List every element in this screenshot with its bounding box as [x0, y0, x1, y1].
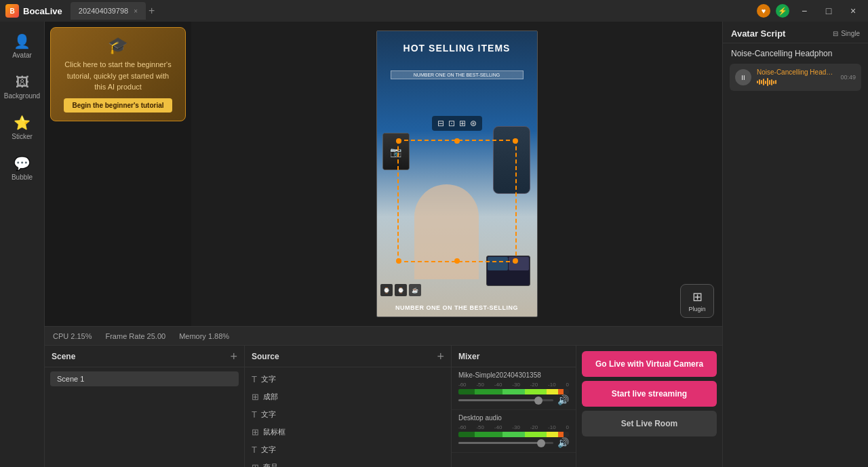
- cpu-status: CPU 2.15%: [53, 332, 92, 340]
- layer-icon-1[interactable]: ⊟: [437, 119, 444, 128]
- logo-icon: B: [5, 4, 19, 18]
- layer-icon-3[interactable]: ⊞: [459, 119, 466, 128]
- sidebar-label-bubble: Bubble: [12, 174, 33, 181]
- volume-labels-1: -60-50-40-30-20-100: [458, 382, 569, 388]
- volume-slider-2[interactable]: [458, 442, 553, 444]
- scene-panel: Scene + Scene 1: [45, 346, 245, 467]
- avatar-icon: 👤: [14, 33, 31, 49]
- track-waveform: [757, 77, 835, 87]
- tab-main[interactable]: 202404039798 ×: [71, 2, 146, 20]
- close-button[interactable]: ×: [844, 4, 863, 18]
- mixer-panel: Mixer Mike-Simple202404301358 -60-50-40-…: [452, 346, 576, 467]
- layer-toolbar: ⊟ ⊡ ⊞ ⊛: [432, 116, 482, 131]
- virtual-camera-button[interactable]: Go Live with Virtual Camera: [582, 351, 717, 377]
- sticker-icon: ⭐: [14, 115, 31, 131]
- titlebar: B BocaLive 202404039798 × + ♥ ⚡ − □ ×: [0, 0, 868, 22]
- background-icon: 🖼: [16, 75, 29, 90]
- source-item-5[interactable]: T 文字: [245, 441, 451, 458]
- source-panel: Source + T 文字 ⊞ 成部 T 文字: [245, 346, 452, 467]
- source-item-2[interactable]: ⊞ 成部: [245, 388, 451, 405]
- source-item-4[interactable]: ⊞ 鼠标框: [245, 423, 451, 441]
- tutorial-icon: 🎓: [108, 36, 128, 55]
- preview-title: HOT SELLING ITEMS: [377, 38, 537, 55]
- play-pause-button[interactable]: ⏸: [735, 69, 751, 85]
- sidebar-label-sticker: Sticker: [12, 133, 33, 140]
- minimize-button[interactable]: −: [795, 4, 814, 18]
- avatar-person: [414, 184, 479, 279]
- source-type-icon-4: ⊞: [252, 427, 259, 437]
- volume-slider-row-1: 🔊: [458, 394, 569, 405]
- tutorial-button[interactable]: Begin the beginner's tutorial: [64, 98, 172, 113]
- source-add-button[interactable]: +: [437, 350, 444, 363]
- source-item-3[interactable]: T 文字: [245, 405, 451, 423]
- source-label-3: 文字: [261, 409, 276, 420]
- bubble-icon: 💬: [14, 155, 31, 171]
- set-live-room-button[interactable]: Set Live Room: [582, 411, 717, 436]
- source-label-5: 文字: [261, 445, 276, 455]
- framerate-status: Frame Rate 25.00: [105, 332, 165, 340]
- avatar-script-subtitle: Noise-Cancelling Headphon: [723, 43, 868, 64]
- source-label-1: 文字: [261, 374, 276, 384]
- preview-canvas: HOT SELLING ITEMS NUMBER ONE ON THE BEST…: [376, 31, 538, 317]
- source-type-icon-5: T: [252, 445, 257, 455]
- source-item-1[interactable]: T 文字: [245, 370, 451, 388]
- source-type-icon-2: ⊞: [252, 392, 259, 402]
- product-items-row: ⌚ ⌚ ☕: [380, 284, 428, 296]
- sidebar-item-background[interactable]: 🖼 Background: [3, 68, 41, 106]
- volume-slider-row-2: 🔊: [458, 437, 569, 448]
- preview-area: HOT SELLING ITEMS NUMBER ONE ON THE BEST…: [191, 22, 722, 326]
- source-list: T 文字 ⊞ 成部 T 文字 ⊞ 鼠标框: [245, 367, 451, 467]
- volume-mute-icon-1[interactable]: 🔊: [557, 394, 569, 405]
- tab-label: 202404039798: [79, 7, 128, 15]
- single-mode-badge: ⊟ Single: [833, 30, 860, 37]
- sidebar-label-avatar: Avatar: [12, 52, 32, 59]
- tutorial-area: 🎓 Click here to start the beginner's tut…: [45, 22, 191, 326]
- source-type-icon-1: T: [252, 374, 257, 384]
- tab-close-icon[interactable]: ×: [134, 7, 138, 15]
- memory-status: Memory 1.88%: [179, 332, 229, 340]
- sidebar-item-sticker[interactable]: ⭐ Sticker: [3, 108, 41, 146]
- status-icon-green: ⚡: [776, 4, 789, 18]
- sidebar-item-bubble[interactable]: 💬 Bubble: [3, 149, 41, 187]
- maximize-button[interactable]: □: [819, 4, 838, 18]
- center-top: 🎓 Click here to start the beginner's tut…: [45, 22, 722, 326]
- volume-thumb-1[interactable]: [534, 397, 542, 405]
- layer-icon-2[interactable]: ⊡: [448, 119, 455, 128]
- source-label-4: 鼠标框: [263, 427, 285, 437]
- mixer-title: Mixer: [458, 352, 479, 361]
- plugin-button[interactable]: ⊞ Plugin: [680, 284, 714, 318]
- scene-title: Scene: [52, 352, 75, 361]
- avatar-script-header: Avatar Script ⊟ Single: [723, 22, 868, 43]
- right-buttons-panel: Go Live with Virtual Camera Start live s…: [576, 346, 722, 467]
- layer-icon-4[interactable]: ⊛: [470, 119, 477, 128]
- source-type-icon-6: ⊞: [252, 462, 259, 468]
- scene-item-1[interactable]: Scene 1: [50, 371, 239, 386]
- channel-1-name: Mike-Simple202404301358: [458, 371, 569, 379]
- volume-thumb-2[interactable]: [537, 439, 545, 447]
- single-mode-label: Single: [841, 30, 860, 37]
- source-label-6: 商品: [263, 462, 278, 468]
- start-streaming-button[interactable]: Start live streaming: [582, 381, 717, 407]
- source-panel-header: Source +: [245, 346, 451, 367]
- main-content: 👤 Avatar 🖼 Background ⭐ Sticker 💬 Bubble…: [0, 22, 868, 467]
- tab-add-button[interactable]: +: [149, 5, 155, 17]
- scene-panel-header: Scene +: [45, 346, 244, 367]
- product-phone: [493, 126, 530, 194]
- volume-mute-icon-2[interactable]: 🔊: [557, 437, 569, 448]
- tutorial-text: Click here to start the beginner's tutor…: [62, 59, 174, 93]
- sidebar-item-avatar[interactable]: 👤 Avatar: [3, 27, 41, 65]
- scene-add-button[interactable]: +: [230, 350, 237, 363]
- source-item-6[interactable]: ⊞ 商品: [245, 458, 451, 467]
- track-name: Noise-Cancelling Headphon ，||: [757, 68, 835, 77]
- plugin-label: Plugin: [688, 306, 705, 312]
- bottom-panels: Scene + Scene 1 Source + T 文字 ⊞: [45, 345, 722, 467]
- mixer-channel-2: Desktop audio -60-50-40-30-20-100: [452, 410, 576, 453]
- volume-track-2: [458, 432, 569, 437]
- status-icon-yellow: ♥: [757, 4, 770, 18]
- sidebar-label-background: Background: [4, 92, 40, 100]
- avatar-script-title: Avatar Script: [731, 28, 785, 39]
- volume-slider-1[interactable]: [458, 399, 553, 401]
- app-logo: B BocaLive: [5, 4, 62, 18]
- preview-subtitle: NUMBER ONE ON THE BEST-SELLING: [391, 70, 524, 79]
- single-mode-icon: ⊟: [833, 30, 838, 37]
